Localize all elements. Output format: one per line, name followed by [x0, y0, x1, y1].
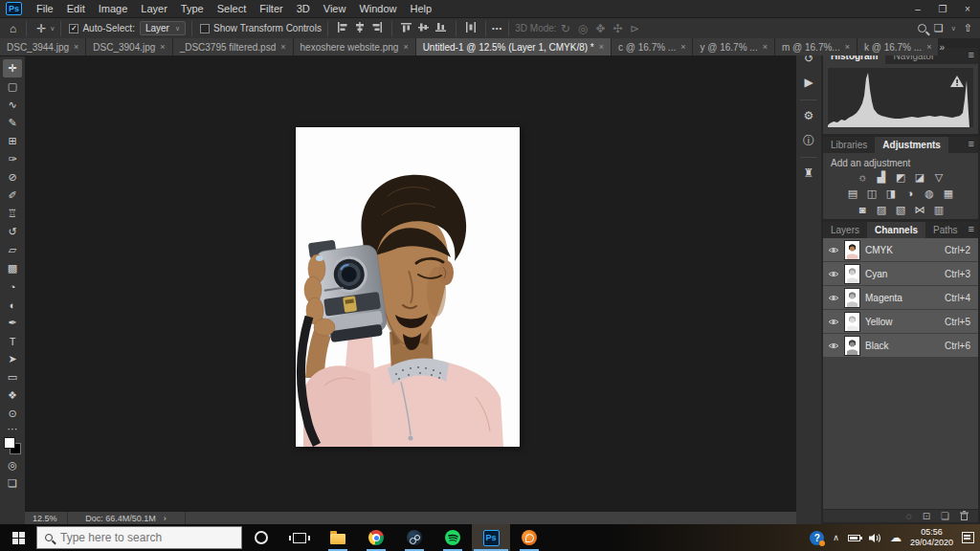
visibility-eye-icon[interactable] [828, 318, 839, 326]
channel-row-cmyk[interactable]: CMYK Ctrl+2 [823, 238, 978, 262]
foreground-color-swatch[interactable] [4, 437, 15, 449]
taskbar-search-box[interactable] [36, 526, 242, 549]
menu-select[interactable]: Select [211, 0, 254, 17]
align-middle-icon[interactable] [418, 22, 430, 34]
close-icon[interactable]: × [280, 42, 285, 52]
close-icon[interactable]: × [160, 42, 165, 52]
document-tab[interactable]: k @ 16.7% ...× [858, 38, 939, 55]
screen-mode-button[interactable]: ❏ [3, 474, 22, 493]
panel-menu-icon[interactable]: ≡ [969, 138, 974, 149]
delete-channel-icon[interactable] [960, 511, 969, 522]
actions-panel-icon[interactable]: ▶ [804, 76, 813, 91]
levels-icon[interactable]: ▟ [876, 171, 888, 184]
photo-filter-icon[interactable]: ◑ [904, 187, 917, 200]
close-icon[interactable]: × [680, 42, 685, 52]
posterize-icon[interactable]: ▨ [876, 204, 888, 216]
menu-help[interactable]: Help [404, 0, 439, 17]
visibility-eye-icon[interactable] [828, 294, 839, 302]
align-center-horizontal-icon[interactable] [354, 22, 366, 34]
search-input[interactable] [60, 531, 213, 544]
restore-button[interactable]: ❐ [930, 0, 955, 17]
panel-menu-icon[interactable]: ≡ [969, 223, 974, 234]
menu-layer[interactable]: Layer [134, 0, 174, 17]
document-tab[interactable]: _DSC3795 filtered.psd× [173, 38, 294, 55]
document-tab[interactable]: DSC_3944.jpg× [0, 38, 86, 55]
visibility-eye-icon[interactable] [828, 342, 839, 350]
document-tab[interactable]: hexoshere website.png× [294, 38, 416, 55]
lasso-tool[interactable]: ∿ [3, 96, 22, 114]
auto-select-target-dropdown[interactable]: Layer ∨ [140, 21, 186, 35]
canvas-area[interactable] [25, 55, 796, 512]
align-left-icon[interactable] [337, 22, 348, 34]
search-icon[interactable] [918, 24, 926, 33]
shape-tool[interactable]: ▭ [3, 368, 22, 386]
share-icon[interactable]: ⇧ [964, 22, 972, 34]
curves-icon[interactable]: ◩ [895, 171, 907, 184]
properties-panel-icon[interactable]: ⚙ [804, 109, 814, 124]
tab-channels[interactable]: Channels [867, 222, 925, 238]
tab-paths[interactable]: Paths [925, 222, 966, 238]
dodge-tool[interactable]: ◐ [3, 296, 22, 314]
move-tool-icon[interactable]: ✛ [33, 22, 50, 35]
close-icon[interactable]: × [74, 42, 78, 52]
color-balance-icon[interactable]: ◫ [866, 187, 879, 200]
crop-tool[interactable]: ⊞ [3, 132, 22, 150]
vibrance-icon[interactable]: ▽ [933, 171, 946, 184]
taskbar-clock[interactable]: 05:56 29/04/2020 [910, 527, 953, 548]
path-selection-tool[interactable]: ➤ [3, 350, 22, 368]
invert-icon[interactable]: ◙ [857, 204, 869, 216]
tab-libraries[interactable]: Libraries [823, 137, 875, 153]
help-tray-icon[interactable]: ? [810, 531, 824, 545]
distribute-horizontal-icon[interactable] [465, 22, 477, 34]
history-brush-tool[interactable]: ↺ [3, 223, 22, 241]
tab-layers[interactable]: Layers [823, 222, 867, 238]
info-panel-icon[interactable]: ⓘ [803, 133, 814, 148]
zoom-tool[interactable]: ⊙ [3, 405, 22, 423]
document-tab[interactable]: DSC_3904.jpg× [86, 38, 172, 55]
hue-saturation-icon[interactable]: ▤ [847, 187, 859, 200]
pen-tool[interactable]: ✒ [3, 314, 22, 332]
menu-file[interactable]: File [30, 0, 60, 17]
spotify-button[interactable] [434, 524, 472, 551]
close-icon[interactable]: × [845, 42, 850, 52]
channel-row-magenta[interactable]: Magenta Ctrl+4 [823, 286, 978, 310]
save-selection-icon[interactable]: ⊡ [923, 511, 930, 521]
close-icon[interactable]: × [599, 42, 604, 52]
threshold-icon[interactable]: ▧ [895, 204, 907, 216]
channel-row-yellow[interactable]: Yellow Ctrl+5 [823, 310, 978, 334]
gradient-map-icon[interactable]: ⋈ [914, 204, 926, 216]
task-view-button[interactable] [280, 524, 319, 551]
canvas-document[interactable] [296, 127, 520, 447]
close-icon[interactable]: × [403, 42, 408, 52]
menu-3d[interactable]: 3D [290, 0, 317, 17]
menu-image[interactable]: Image [92, 0, 135, 17]
new-channel-icon[interactable]: ❏ [941, 511, 949, 521]
photoshop-button[interactable]: Ps [472, 524, 510, 551]
menu-type[interactable]: Type [174, 0, 211, 17]
home-icon[interactable]: ⌂ [6, 22, 20, 35]
close-icon[interactable]: × [926, 42, 931, 52]
battery-icon[interactable] [848, 535, 860, 541]
visibility-eye-icon[interactable] [828, 270, 839, 278]
eyedropper-tool[interactable]: ✑ [3, 150, 22, 168]
color-swatches[interactable] [4, 437, 21, 454]
quick-mask-button[interactable]: ◎ [3, 456, 22, 474]
align-right-icon[interactable] [371, 22, 383, 34]
object-selection-tool[interactable]: ✎ [3, 114, 22, 132]
eraser-tool[interactable]: ▱ [3, 241, 22, 259]
brightness-contrast-icon[interactable]: ☼ [857, 171, 869, 184]
auto-select-checkbox[interactable]: ✓ [69, 24, 78, 33]
action-center-icon[interactable] [962, 532, 974, 543]
menu-filter[interactable]: Filter [253, 0, 289, 17]
menu-window[interactable]: Window [352, 0, 403, 17]
document-tab[interactable]: m @ 16.7%...× [775, 38, 858, 55]
align-bottom-icon[interactable] [435, 22, 447, 34]
edit-toolbar-button[interactable]: ⋯ [3, 423, 22, 434]
workspace-icon[interactable]: ❏ [934, 22, 944, 34]
clone-stamp-tool[interactable]: ♖ [3, 205, 22, 223]
healing-brush-tool[interactable]: ⊘ [3, 168, 22, 187]
close-icon[interactable]: × [763, 42, 768, 52]
clone-source-panel-icon[interactable]: ♜ [804, 166, 814, 182]
tray-expand-chevron-icon[interactable]: ∧ [833, 533, 839, 542]
onedrive-cloud-icon[interactable]: ☁ [890, 531, 902, 544]
